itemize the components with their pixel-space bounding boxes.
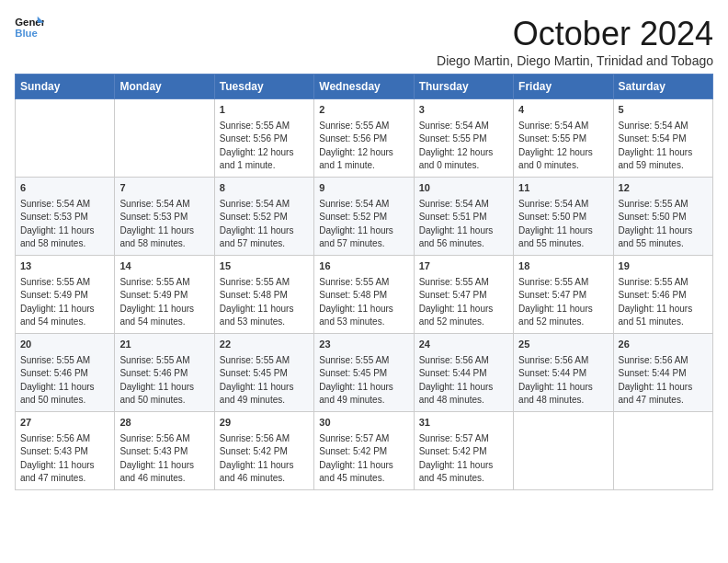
day-info-line: Sunrise: 5:54 AM xyxy=(20,198,109,212)
calendar-cell: 20Sunrise: 5:55 AMSunset: 5:46 PMDayligh… xyxy=(16,334,115,412)
day-info-line: and 55 minutes. xyxy=(518,237,608,251)
day-info-line: Sunrise: 5:55 AM xyxy=(619,276,708,290)
day-number: 16 xyxy=(319,259,408,274)
day-info-line: and 0 minutes. xyxy=(419,159,508,173)
calendar-cell: 11Sunrise: 5:54 AMSunset: 5:50 PMDayligh… xyxy=(514,178,613,256)
day-info-line: and 52 minutes. xyxy=(518,316,608,329)
day-info-line: Sunrise: 5:54 AM xyxy=(518,198,608,212)
day-info-line: Daylight: 12 hours xyxy=(419,146,508,160)
day-info-line: Daylight: 12 hours xyxy=(319,146,408,160)
day-info-line: Sunset: 5:43 PM xyxy=(20,445,109,459)
day-info-line: Sunrise: 5:55 AM xyxy=(20,354,109,368)
calendar-cell: 7Sunrise: 5:54 AMSunset: 5:53 PMDaylight… xyxy=(115,178,214,256)
day-number: 1 xyxy=(220,103,309,118)
day-info-line: Daylight: 11 hours xyxy=(119,381,209,395)
calendar-cell: 15Sunrise: 5:55 AMSunset: 5:48 PMDayligh… xyxy=(214,256,313,334)
day-info-line: Sunrise: 5:57 AM xyxy=(319,432,408,446)
day-info-line: Sunset: 5:55 PM xyxy=(518,132,608,146)
day-number: 19 xyxy=(619,259,708,274)
day-info-line: Sunset: 5:42 PM xyxy=(319,445,408,459)
day-info-line: and 56 minutes. xyxy=(419,237,508,251)
day-number: 10 xyxy=(419,181,508,196)
weekday-header-sunday: Sunday xyxy=(16,75,115,99)
logo-icon: General Blue xyxy=(15,15,44,40)
calendar-cell: 22Sunrise: 5:55 AMSunset: 5:45 PMDayligh… xyxy=(214,334,313,412)
day-info-line: Daylight: 11 hours xyxy=(20,381,109,395)
day-number: 22 xyxy=(220,338,309,352)
calendar-cell: 3Sunrise: 5:54 AMSunset: 5:55 PMDaylight… xyxy=(414,99,513,178)
day-info-line: Sunset: 5:50 PM xyxy=(518,211,608,224)
day-info-line: Daylight: 11 hours xyxy=(20,459,109,473)
day-info-line: Sunset: 5:46 PM xyxy=(619,289,708,303)
calendar-table: SundayMondayTuesdayWednesdayThursdayFrid… xyxy=(15,74,713,490)
day-number: 31 xyxy=(419,416,508,431)
calendar-cell: 8Sunrise: 5:54 AMSunset: 5:52 PMDaylight… xyxy=(214,178,313,256)
calendar-cell: 23Sunrise: 5:55 AMSunset: 5:45 PMDayligh… xyxy=(314,334,414,412)
day-info-line: Daylight: 12 hours xyxy=(518,146,608,160)
day-info-line: Sunrise: 5:56 AM xyxy=(119,432,209,446)
page-header: General Blue October 2024 Diego Martin, … xyxy=(15,15,713,68)
day-info-line: Sunset: 5:44 PM xyxy=(518,367,608,381)
day-info-line: and 58 minutes. xyxy=(119,237,209,251)
calendar-cell: 16Sunrise: 5:55 AMSunset: 5:48 PMDayligh… xyxy=(314,256,414,334)
day-info-line: and 48 minutes. xyxy=(419,394,508,408)
day-info-line: Sunset: 5:46 PM xyxy=(119,367,209,381)
day-info-line: and 46 minutes. xyxy=(220,472,309,486)
calendar-cell: 26Sunrise: 5:56 AMSunset: 5:44 PMDayligh… xyxy=(613,334,712,412)
calendar-cell: 19Sunrise: 5:55 AMSunset: 5:46 PMDayligh… xyxy=(613,256,712,334)
day-info-line: and 54 minutes. xyxy=(20,316,109,329)
day-info-line: and 47 minutes. xyxy=(619,394,708,408)
weekday-header-thursday: Thursday xyxy=(414,75,513,99)
calendar-cell xyxy=(115,99,214,178)
day-info-line: and 51 minutes. xyxy=(619,316,708,329)
day-info-line: Daylight: 11 hours xyxy=(119,224,209,238)
day-info-line: Daylight: 11 hours xyxy=(220,224,309,238)
day-info-line: Daylight: 11 hours xyxy=(319,303,408,316)
calendar-cell xyxy=(16,99,115,178)
month-title: October 2024 xyxy=(437,15,713,53)
calendar-cell: 6Sunrise: 5:54 AMSunset: 5:53 PMDaylight… xyxy=(16,178,115,256)
day-info-line: and 48 minutes. xyxy=(518,394,608,408)
day-info-line: and 57 minutes. xyxy=(220,237,309,251)
calendar-week-row: 13Sunrise: 5:55 AMSunset: 5:49 PMDayligh… xyxy=(16,256,713,334)
day-number: 6 xyxy=(20,181,109,196)
weekday-header-wednesday: Wednesday xyxy=(314,75,414,99)
day-info-line: Sunset: 5:56 PM xyxy=(319,132,408,146)
calendar-cell: 18Sunrise: 5:55 AMSunset: 5:47 PMDayligh… xyxy=(514,256,613,334)
day-info-line: and 50 minutes. xyxy=(119,394,209,408)
day-info-line: Sunrise: 5:55 AM xyxy=(619,198,708,212)
calendar-cell: 10Sunrise: 5:54 AMSunset: 5:51 PMDayligh… xyxy=(414,178,513,256)
day-info-line: Sunset: 5:54 PM xyxy=(619,132,708,146)
day-info-line: Sunset: 5:48 PM xyxy=(220,289,309,303)
day-info-line: Sunrise: 5:56 AM xyxy=(220,432,309,446)
day-info-line: Daylight: 11 hours xyxy=(119,303,209,316)
day-number: 30 xyxy=(319,416,408,431)
day-info-line: and 57 minutes. xyxy=(319,237,408,251)
day-info-line: Sunrise: 5:54 AM xyxy=(518,120,608,133)
day-info-line: and 50 minutes. xyxy=(20,394,109,408)
day-number: 25 xyxy=(518,338,608,352)
day-info-line: Daylight: 12 hours xyxy=(220,146,309,160)
calendar-cell: 4Sunrise: 5:54 AMSunset: 5:55 PMDaylight… xyxy=(514,99,613,178)
calendar-body: 1Sunrise: 5:55 AMSunset: 5:56 PMDaylight… xyxy=(16,99,713,490)
day-info-line: and 45 minutes. xyxy=(319,472,408,486)
day-info-line: Sunrise: 5:54 AM xyxy=(119,198,209,212)
calendar-cell: 14Sunrise: 5:55 AMSunset: 5:49 PMDayligh… xyxy=(115,256,214,334)
day-number: 21 xyxy=(119,338,209,352)
day-info-line: Daylight: 11 hours xyxy=(419,303,508,316)
day-number: 17 xyxy=(419,259,508,274)
title-area: October 2024 Diego Martin, Diego Martin,… xyxy=(437,15,713,68)
day-info-line: and 52 minutes. xyxy=(419,316,508,329)
day-info-line: Sunset: 5:42 PM xyxy=(419,445,508,459)
day-number: 28 xyxy=(119,416,209,431)
day-info-line: Sunrise: 5:55 AM xyxy=(220,120,309,133)
day-info-line: Sunset: 5:43 PM xyxy=(119,445,209,459)
day-info-line: Daylight: 11 hours xyxy=(619,303,708,316)
day-info-line: Daylight: 11 hours xyxy=(619,224,708,238)
weekday-header-saturday: Saturday xyxy=(613,75,712,99)
day-info-line: Daylight: 11 hours xyxy=(220,303,309,316)
day-info-line: Daylight: 11 hours xyxy=(619,381,708,395)
day-info-line: Daylight: 11 hours xyxy=(518,224,608,238)
day-info-line: Sunset: 5:48 PM xyxy=(319,289,408,303)
day-number: 29 xyxy=(220,416,309,431)
